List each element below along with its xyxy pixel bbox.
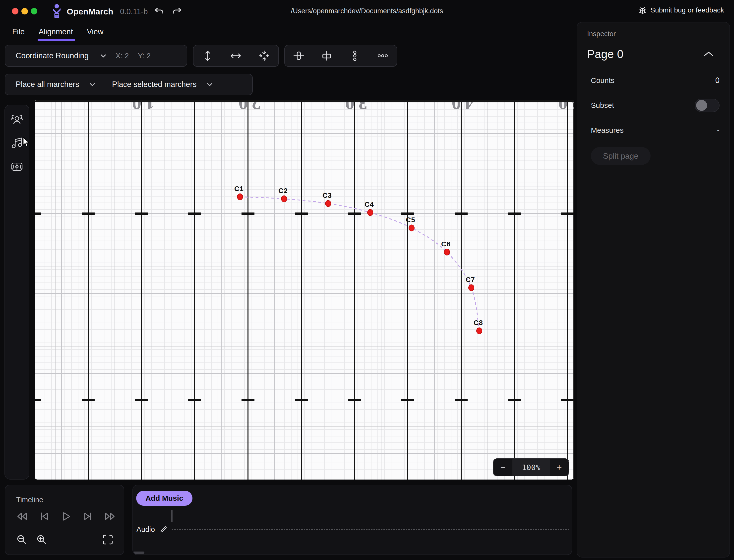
document-path: /Users/openmarchdev/Documents/asdfghbjk.…	[0, 7, 734, 15]
marcher-dot-C4[interactable]	[367, 209, 373, 216]
marcher-path-curve	[35, 100, 574, 480]
collapse-section-button[interactable]	[703, 50, 714, 57]
marcher-label-C7: C7	[465, 276, 475, 284]
canvas-zoom-control: − 100% +	[493, 458, 569, 476]
counts-row: Counts 0	[591, 76, 720, 85]
fullscreen-button[interactable]	[102, 534, 113, 545]
marcher-dot-C5[interactable]	[408, 225, 414, 231]
counts-label: Counts	[591, 76, 614, 85]
chevron-down-icon[interactable]	[207, 82, 213, 87]
tool-sidebar	[4, 105, 29, 480]
place-marchers-group: Place all marchers Place selected marche…	[5, 74, 253, 95]
coordinate-rounding-x-value: X: 2	[116, 52, 129, 60]
marcher-label-C6: C6	[441, 240, 451, 248]
menu-item-file[interactable]: File	[12, 24, 25, 43]
chevron-down-icon[interactable]	[100, 53, 107, 58]
marcher-label-C8: C8	[473, 319, 483, 327]
marcher-label-C2: C2	[278, 187, 288, 195]
coordinate-rounding-group: Coordinate Rounding X: 2 Y: 2	[5, 45, 187, 67]
submit-feedback-label: Submit bug or feedback	[650, 6, 724, 14]
distribute-vertical-icon[interactable]	[346, 47, 364, 65]
field-back-sideline	[35, 100, 574, 102]
timeline-zoom-out-button[interactable]	[16, 534, 28, 546]
music-panel: Add Music Audio	[133, 485, 572, 555]
play-button[interactable]	[60, 511, 72, 522]
skip-to-start-button[interactable]	[39, 511, 50, 522]
marcher-label-C3: C3	[323, 192, 332, 200]
sidebar-item-field[interactable]	[5, 161, 29, 172]
page-title: Page 0	[587, 47, 623, 61]
audio-track-lane[interactable]	[172, 529, 569, 530]
timeline-title: Timeline	[16, 496, 43, 504]
add-music-button[interactable]: Add Music	[136, 491, 193, 506]
timeline-zoom-controls	[16, 534, 48, 546]
timeline-playhead[interactable]	[171, 510, 173, 522]
measures-row: Measures -	[591, 126, 720, 135]
openmarch-window: OpenMarch 0.0.11-b /Users/openmarchdev/D…	[0, 0, 734, 560]
split-page-button[interactable]: Split page	[591, 147, 651, 165]
audio-track-header: Audio	[137, 525, 168, 534]
chevron-down-icon[interactable]	[89, 82, 96, 87]
toggle-knob	[696, 100, 707, 111]
marcher-dot-C6[interactable]	[444, 249, 450, 256]
align-horizontal-center-icon[interactable]	[318, 47, 336, 65]
snap-tools-group	[193, 45, 279, 67]
marcher-dot-C1[interactable]	[237, 194, 243, 200]
timeline-zoom-in-button[interactable]	[36, 534, 48, 546]
subset-label: Subset	[591, 101, 614, 110]
submit-feedback-button[interactable]: Submit bug or feedback	[638, 6, 724, 14]
zoom-level: 100%	[512, 459, 550, 476]
menu-item-view[interactable]: View	[86, 24, 104, 43]
marcher-dot-C2[interactable]	[281, 196, 287, 202]
mouse-cursor	[21, 137, 31, 147]
audio-track-label: Audio	[137, 525, 155, 534]
rewind-button[interactable]	[15, 511, 28, 522]
playback-controls	[15, 511, 117, 522]
subset-toggle[interactable]	[695, 99, 720, 112]
align-tools-group	[284, 45, 397, 67]
drill-canvas[interactable]: 1020304050 C1C2C3C4C5C6C7C8 − 100% +	[35, 100, 574, 480]
align-vertical-center-icon[interactable]	[290, 47, 308, 65]
fast-forward-button[interactable]	[104, 511, 117, 522]
collapse-center-icon[interactable]	[256, 47, 273, 65]
skip-to-end-button[interactable]	[82, 511, 94, 522]
marcher-dot-C3[interactable]	[325, 200, 331, 207]
zoom-out-button[interactable]: −	[493, 459, 512, 476]
horizontal-scrollbar-thumb[interactable]	[133, 552, 144, 554]
edit-pencil-icon[interactable]	[159, 525, 168, 534]
place-selected-marchers-dropdown[interactable]: Place selected marchers	[112, 80, 197, 89]
coordinate-rounding-y-value: Y: 2	[138, 52, 151, 60]
marcher-label-C1: C1	[234, 185, 244, 193]
coordinate-rounding-dropdown[interactable]: Coordinate Rounding	[16, 51, 89, 60]
bug-icon	[638, 6, 647, 14]
horizontal-resize-icon[interactable]	[227, 47, 245, 65]
timeline-panel: Timeline	[5, 485, 124, 555]
inspector-title: Inspector	[587, 30, 616, 38]
measures-label: Measures	[591, 126, 624, 135]
title-bar: OpenMarch 0.0.11-b /Users/openmarchdev/D…	[0, 0, 734, 22]
vertical-resize-icon[interactable]	[199, 47, 216, 65]
subset-row: Subset	[591, 98, 720, 112]
marcher-label-C5: C5	[406, 216, 415, 224]
sidebar-item-marchers[interactable]	[5, 114, 29, 126]
place-all-marchers-dropdown[interactable]: Place all marchers	[16, 80, 79, 89]
zoom-in-button[interactable]: +	[550, 459, 569, 476]
measures-value: -	[717, 126, 720, 135]
marcher-dot-C8[interactable]	[476, 328, 482, 334]
menu-item-alignment[interactable]: Alignment	[38, 24, 73, 43]
counts-value: 0	[715, 76, 720, 85]
distribute-horizontal-icon[interactable]	[374, 47, 391, 65]
marcher-dot-C7[interactable]	[468, 284, 474, 291]
marcher-label-C4: C4	[365, 201, 374, 209]
inspector-panel: Inspector Page 0 Counts 0 Subset Measure…	[577, 22, 730, 558]
menu-bar: FileAlignmentView	[12, 24, 104, 43]
